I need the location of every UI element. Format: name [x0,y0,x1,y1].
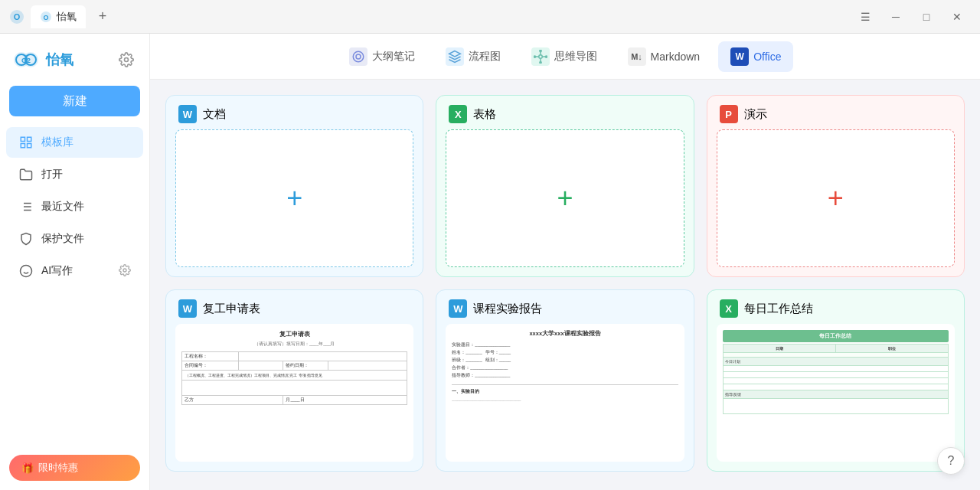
svg-point-34 [545,55,547,57]
tab-logo-icon: O [40,11,52,23]
open-icon [18,167,34,182]
sidebar-header: O2 怡氧 [0,34,149,80]
svg-point-23 [123,269,126,272]
tab-label: 怡氧 [57,10,77,24]
svg-point-24 [353,51,364,62]
tab-mindmap[interactable]: 思维导图 [519,41,609,72]
new-doc-card[interactable]: W 文档 + [165,95,423,277]
main-content: 大纲笔记 流程图 [150,34,980,490]
tab-outline[interactable]: 大纲笔记 [337,41,427,72]
fuwork-icon: W [178,299,197,318]
report-preview-area: xxxx大学xxx课程实验报告 实验题目：_______________ 姓名：… [446,324,684,462]
tab-mindmap-label: 思维导图 [554,50,597,64]
ai-icon [18,263,34,279]
brand-label: 怡氧 [46,51,74,69]
brand-logo: O2 怡氧 [12,46,74,74]
window-controls: ☰ ─ □ ✕ [851,6,971,28]
mindmap-tab-icon [531,47,550,66]
svg-rect-13 [28,144,31,148]
svg-point-26 [538,54,542,58]
sidebar-item-ai-label: AI写作 [41,264,73,278]
svg-point-25 [356,54,361,59]
close-button[interactable]: ✕ [943,6,971,28]
sheet-new-body: + [446,129,684,267]
markdown-tab-icon: M↓ [628,47,646,66]
tab-office[interactable]: W Office [718,41,793,72]
sidebar-item-open-label: 打开 [41,168,63,181]
report-card[interactable]: W 课程实验报告 xxxx大学xxx课程实验报告 实验题目：__________… [436,289,694,472]
svg-point-9 [125,58,129,62]
promo-button[interactable]: 🎁 限时特惠 [9,455,140,481]
app-logo: O2 [12,46,40,74]
template-grid: W 文档 + X 表格 + [165,95,965,472]
svg-rect-11 [28,137,31,141]
promo-icon: 🎁 [21,462,34,474]
sheet-plus-icon: + [557,182,573,214]
sidebar-item-ai[interactable]: AI写作 [6,256,143,286]
new-button[interactable]: 新建 [9,86,140,116]
recent-icon [18,199,34,214]
top-nav: 大纲笔记 流程图 [150,34,980,80]
svg-rect-10 [21,137,24,141]
protect-icon [18,231,34,247]
outline-tab-icon [349,47,368,66]
new-sheet-card[interactable]: X 表格 + [436,95,694,277]
sidebar-item-protect[interactable]: 保护文件 [6,224,143,254]
promo-label: 限时特惠 [38,461,78,475]
svg-text:O2: O2 [21,57,31,64]
template-icon [18,135,34,150]
svg-point-32 [539,61,541,63]
daily-header: X 每日工作总结 [707,290,964,324]
sidebar-item-open[interactable]: 打开 [6,159,143,190]
tab-flowchart[interactable]: 流程图 [433,41,513,72]
tab-office-label: Office [753,51,781,63]
flowchart-tab-icon [446,47,464,66]
new-ppt-card[interactable]: P 演示 + [707,95,965,277]
add-tab-button[interactable]: + [92,6,113,28]
settings-icon[interactable] [116,49,137,70]
daily-icon: X [720,299,738,318]
fuwork-card[interactable]: W 复工申请表 复工申请表 （请认真填写）填写日期：____年___月 工程名称… [165,289,423,472]
ai-settings-icon[interactable] [119,264,131,279]
report-header: W 课程实验报告 [436,290,693,324]
tab-outline-label: 大纲笔记 [372,50,415,64]
help-button[interactable]: ? [937,447,965,475]
svg-point-20 [21,266,32,277]
tab-markdown-label: Markdown [651,51,701,63]
sheet-title: 表格 [473,107,496,122]
app-logo-small: O [9,9,24,24]
menu-button[interactable]: ☰ [851,6,879,28]
sidebar: O2 怡氧 新建 模板库 [0,34,150,490]
sidebar-nav: 模板库 打开 最近文 [0,126,149,446]
minimize-button[interactable]: ─ [882,6,910,28]
svg-point-31 [539,50,541,51]
svg-text:O: O [43,14,48,21]
doc-icon: W [178,105,197,123]
daily-preview-area: 每日工作总结 日期 职位 今日计划 [717,324,955,462]
sidebar-item-template[interactable]: 模板库 [6,127,143,158]
tab-markdown[interactable]: M↓ Markdown [616,41,713,72]
ppt-icon: P [720,105,738,123]
active-tab[interactable]: O 怡氧 [31,5,86,28]
ppt-title: 演示 [744,107,767,122]
sidebar-item-protect-label: 保护文件 [41,232,84,246]
office-tab-icon: W [730,47,749,66]
sidebar-item-recent-label: 最近文件 [41,200,84,214]
sidebar-item-recent[interactable]: 最近文件 [6,191,143,222]
fuwork-header: W 复工申请表 [166,290,423,324]
titlebar: O O 怡氧 + ☰ ─ □ ✕ [0,0,980,34]
svg-text:O: O [14,12,21,21]
fuwork-title: 复工申请表 [203,302,260,316]
sheet-icon: X [449,105,467,123]
ppt-plus-icon: + [828,182,844,214]
tab-flowchart-label: 流程图 [469,50,501,64]
doc-new-body: + [175,129,413,267]
sheet-card-header: X 表格 [436,96,693,129]
restore-button[interactable]: □ [913,6,940,28]
svg-point-33 [534,55,535,57]
fuwork-preview: 复工申请表 （请认真填写）填写日期：____年___月 工程名称： 合同编号： [175,324,413,462]
doc-plus-icon: + [286,182,302,214]
doc-card-header: W 文档 [166,96,423,129]
sidebar-item-template-label: 模板库 [41,136,74,149]
daily-card[interactable]: X 每日工作总结 每日工作总结 日期 职位 [707,289,965,472]
